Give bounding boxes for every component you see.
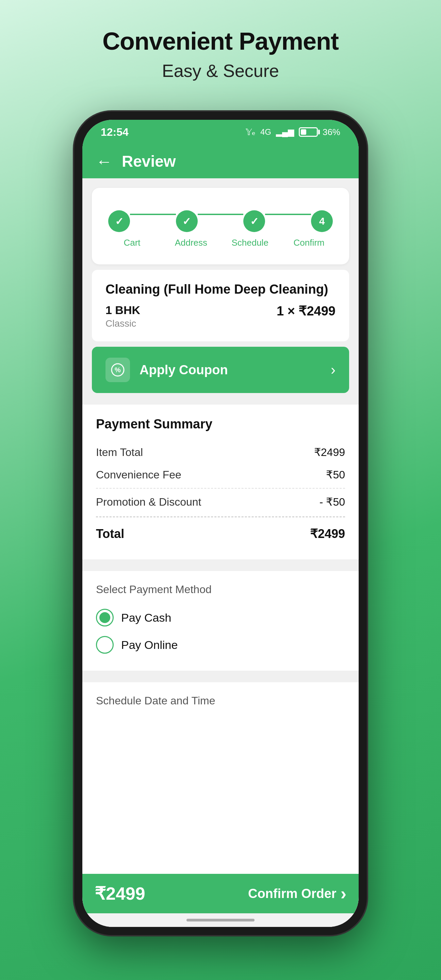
- step-cart-circle: ✓: [108, 210, 130, 232]
- step-confirm-label: Confirm: [285, 237, 333, 248]
- item-total-row: Item Total ₹2499: [96, 441, 345, 463]
- pay-online-option[interactable]: Pay Online: [96, 631, 345, 659]
- pay-cash-option[interactable]: Pay Cash: [96, 604, 345, 631]
- step-schedule: ✓: [243, 210, 265, 232]
- section-divider-3: [82, 677, 359, 682]
- battery-percent: 36%: [323, 127, 340, 137]
- status-icons: 𝕐ₑ 4G ▂▄▆ 36%: [246, 127, 340, 137]
- svg-text:%: %: [115, 366, 121, 374]
- bottom-price: ₹2499: [95, 883, 145, 904]
- connector-3: [265, 214, 311, 215]
- section-divider-1: [82, 399, 359, 404]
- service-name: Cleaning (Full Home Deep Cleaning): [105, 282, 336, 297]
- topbar-title: Review: [122, 152, 176, 170]
- coupon-icon: %: [105, 358, 130, 382]
- schedule-card: Schedule Date and Time: [82, 682, 359, 724]
- battery-container: [299, 127, 318, 137]
- service-type: Classic: [105, 318, 140, 329]
- total-divider: [96, 517, 345, 517]
- step-address-circle: ✓: [176, 210, 198, 232]
- confirm-order-label: Confirm Order: [248, 886, 336, 901]
- screen-content: ✓ ✓ ✓: [82, 178, 359, 927]
- coupon-arrow-icon: ›: [331, 362, 336, 378]
- item-total-label: Item Total: [96, 446, 143, 459]
- step-schedule-label: Schedule: [226, 237, 274, 248]
- convenience-value: ₹50: [326, 468, 345, 481]
- page-header: Convenient Payment Easy & Secure: [0, 0, 441, 81]
- service-info: 1 BHK Classic: [105, 304, 140, 329]
- step-confirm: 4: [311, 210, 333, 232]
- service-bhk: 1 BHK: [105, 304, 140, 317]
- convenience-label: Convenience Fee: [96, 469, 181, 481]
- signal-bars-icon: ▂▄▆: [276, 127, 294, 137]
- confirm-order-arrow-icon: ›: [341, 883, 346, 904]
- confirm-order-button[interactable]: Confirm Order ›: [248, 883, 346, 904]
- service-line-price: 1 × ₹2499: [277, 304, 336, 318]
- signal-icon: 𝕐ₑ: [246, 127, 256, 137]
- step-address-label: Address: [167, 237, 215, 248]
- home-indicator: [82, 913, 359, 927]
- page-title: Convenient Payment: [102, 27, 339, 55]
- pay-cash-radio-fill: [99, 612, 110, 623]
- coupon-label: Apply Coupon: [140, 363, 228, 377]
- total-label: Total: [96, 527, 124, 541]
- data-icon: 4G: [260, 127, 271, 137]
- promotion-label: Promotion & Discount: [96, 496, 201, 508]
- pay-online-radio[interactable]: [96, 636, 114, 654]
- phone-wrapper: 12:54 𝕐ₑ 4G ▂▄▆ 36% ← Review: [74, 111, 367, 935]
- connector-1: [130, 214, 176, 215]
- page-subtitle: Easy & Secure: [162, 60, 279, 81]
- back-arrow-icon[interactable]: ←: [96, 152, 112, 171]
- coupon-card[interactable]: % Apply Coupon ›: [92, 347, 349, 393]
- home-bar: [186, 919, 255, 921]
- step-cart-label: Cart: [108, 237, 156, 248]
- status-bar: 12:54 𝕐ₑ 4G ▂▄▆ 36%: [82, 120, 359, 144]
- status-time: 12:54: [101, 126, 129, 138]
- promotion-value: - ₹50: [320, 495, 345, 508]
- bottom-bar: ₹2499 Confirm Order ›: [82, 874, 359, 913]
- method-card: Select Payment Method Pay Cash Pay Onlin…: [82, 571, 359, 671]
- battery-fill: [301, 129, 306, 135]
- steps-card: ✓ ✓ ✓: [92, 188, 349, 264]
- schedule-title: Schedule Date and Time: [96, 695, 345, 707]
- pay-cash-label: Pay Cash: [121, 611, 171, 624]
- item-total-value: ₹2499: [314, 446, 345, 459]
- pay-online-label: Pay Online: [121, 638, 178, 652]
- payment-card: Payment Summary Item Total ₹2499 Conveni…: [82, 404, 359, 559]
- coupon-left: % Apply Coupon: [105, 358, 228, 382]
- step-address: ✓: [176, 210, 198, 232]
- service-card: Cleaning (Full Home Deep Cleaning) 1 BHK…: [92, 270, 349, 341]
- step-confirm-circle: 4: [311, 210, 333, 232]
- method-title: Select Payment Method: [96, 583, 345, 596]
- step-cart: ✓: [108, 210, 130, 232]
- topbar: ← Review: [82, 144, 359, 178]
- total-value: ₹2499: [310, 527, 345, 541]
- phone-screen: 12:54 𝕐ₑ 4G ▂▄▆ 36% ← Review: [82, 120, 359, 927]
- convenience-row: Convenience Fee ₹50: [96, 463, 345, 488]
- total-row: Total ₹2499: [96, 520, 345, 547]
- connector-2: [198, 214, 244, 215]
- pay-cash-radio[interactable]: [96, 609, 114, 627]
- section-divider-2: [82, 566, 359, 571]
- promotion-row: Promotion & Discount - ₹50: [96, 488, 345, 513]
- step-schedule-circle: ✓: [243, 210, 265, 232]
- payment-title: Payment Summary: [96, 417, 345, 431]
